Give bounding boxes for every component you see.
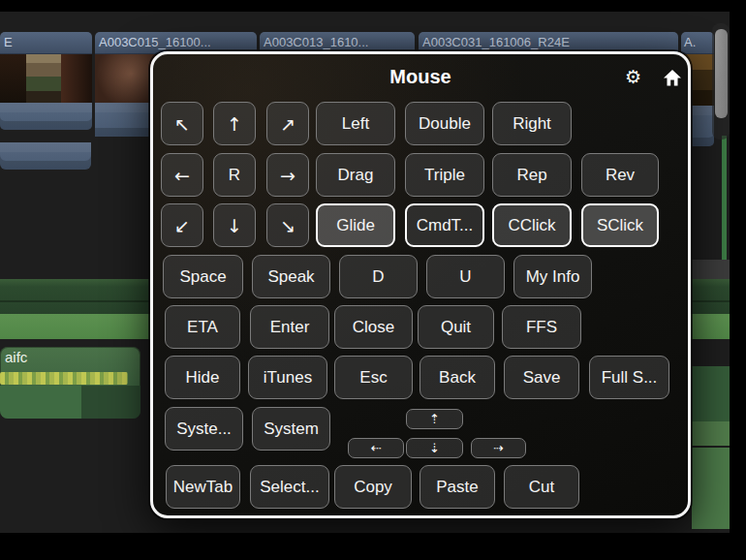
clip-title: E — [0, 32, 92, 54]
copy-button[interactable]: Copy — [334, 465, 412, 509]
system-button[interactable]: System — [252, 407, 330, 451]
mouse-remote-panel: Mouse ⚙ ↖ ↑ ↗ Left Double Right ← R → Dr… — [150, 51, 691, 518]
space-button[interactable]: Space — [163, 255, 243, 298]
speak-button[interactable]: Speak — [252, 255, 330, 298]
green-clip-edge — [722, 136, 727, 262]
mouse-left-button[interactable]: ← — [161, 153, 203, 197]
enter-button[interactable]: Enter — [250, 305, 329, 349]
close-button[interactable]: Close — [334, 305, 413, 349]
panel-title: Mouse — [153, 66, 688, 88]
track-gap — [692, 260, 730, 279]
green-audio-clip[interactable] — [692, 366, 730, 446]
audio-component-bar[interactable] — [0, 142, 91, 170]
top-letterbox — [0, 0, 746, 12]
audio-waveform-body — [0, 386, 140, 419]
mouse-down-button[interactable]: ↓ — [213, 203, 256, 247]
mouse-right-button[interactable]: → — [266, 153, 309, 197]
glide-button[interactable]: Glide — [316, 203, 395, 247]
cclick-button[interactable]: CClick — [492, 203, 572, 247]
scroll-down-button[interactable]: ⇣ — [406, 438, 463, 458]
mouse-up-right-button[interactable]: ↗ — [266, 102, 309, 145]
audio-clip-aifc[interactable]: aifc — [0, 347, 140, 419]
full-screen-button[interactable]: Full S... — [589, 356, 669, 399]
green-audio-clip[interactable] — [692, 448, 730, 529]
cmd-tab-button[interactable]: CmdT... — [405, 203, 484, 247]
itunes-button[interactable]: iTunes — [248, 356, 327, 399]
right-letterbox — [730, 0, 746, 560]
double-click-button[interactable]: Double — [405, 102, 484, 145]
audio-clip-label: aifc — [0, 347, 140, 365]
mouse-down-left-button[interactable]: ↙ — [161, 203, 203, 247]
paste-button[interactable]: Paste — [420, 465, 495, 509]
drag-button[interactable]: Drag — [316, 153, 395, 197]
screen: E A003C015_16100... A003C013_1610... A00… — [0, 0, 746, 560]
esc-button[interactable]: Esc — [334, 356, 413, 399]
mouse-up-button[interactable]: ↑ — [213, 102, 256, 145]
mouse-down-right-button[interactable]: ↘ — [266, 203, 309, 247]
scroll-right-button[interactable]: ⇢ — [471, 438, 526, 458]
clip-filmstrip — [0, 54, 92, 103]
audio-waveform — [0, 372, 128, 385]
rev-button[interactable]: Rev — [581, 153, 659, 197]
sclick-button[interactable]: SClick — [581, 203, 659, 247]
eta-button[interactable]: ETA — [165, 305, 240, 349]
quit-button[interactable]: Quit — [418, 305, 494, 349]
scroll-up-button[interactable]: ⇡ — [406, 409, 463, 429]
d-button[interactable]: D — [339, 255, 418, 298]
right-click-button[interactable]: Right — [492, 102, 572, 145]
clip-audio-section — [0, 103, 92, 130]
select-all-button[interactable]: Select... — [250, 465, 329, 509]
scroll-left-button[interactable]: ⇠ — [348, 438, 404, 458]
rep-button[interactable]: Rep — [492, 153, 572, 197]
new-tab-button[interactable]: NewTab — [166, 465, 240, 509]
clip-title: A. — [681, 32, 714, 54]
gear-icon[interactable]: ⚙ — [625, 68, 641, 86]
triple-click-button[interactable]: Triple — [405, 153, 484, 197]
cut-button[interactable]: Cut — [504, 465, 579, 509]
left-click-button[interactable]: Left — [316, 102, 395, 145]
mouse-up-left-button[interactable]: ↖ — [161, 102, 203, 145]
timeline-clip[interactable]: E — [0, 32, 92, 130]
ffs-button[interactable]: FFS — [502, 305, 581, 349]
save-button[interactable]: Save — [504, 356, 579, 399]
r-button[interactable]: R — [213, 153, 256, 197]
system-ellipsis-button[interactable]: Syste... — [165, 407, 243, 451]
hide-button[interactable]: Hide — [165, 356, 240, 399]
u-button[interactable]: U — [426, 255, 505, 298]
bottom-letterbox — [0, 533, 746, 560]
my-info-button[interactable]: My Info — [513, 255, 592, 298]
back-button[interactable]: Back — [420, 356, 495, 399]
home-icon[interactable] — [664, 70, 681, 90]
scrollbar-thumb[interactable] — [715, 29, 728, 118]
